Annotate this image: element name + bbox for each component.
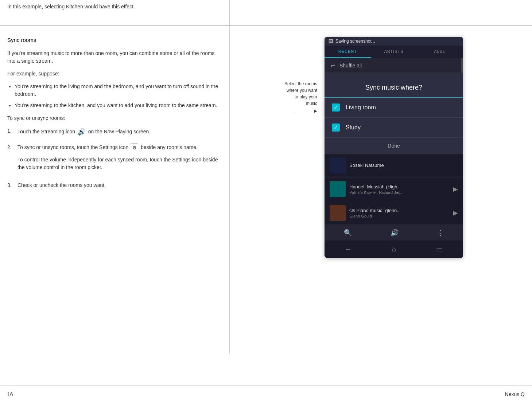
top-text: In this example, selecting Kitchen would… xyxy=(7,4,135,9)
music-item-3[interactable]: cls Piano music "glenn.. Glenn Gould ▶ xyxy=(325,201,463,225)
para2: For example, suppose: xyxy=(7,70,222,78)
arrow-line xyxy=(292,111,314,111)
main-content: Sync rooms If you're streaming music to … xyxy=(0,26,532,353)
screenshot-icon: 🖼 xyxy=(328,38,333,44)
phone-tabs: RECENT ARTISTS ALBU xyxy=(325,46,463,58)
step-3: 3. Check or uncheck the rooms you want. xyxy=(7,181,222,189)
sync-dialog: Sync music where? ✓ Living room ✓ Study … xyxy=(325,73,463,154)
phone-bottom-nav: 🔍 🔊 ⋮ xyxy=(325,225,463,240)
shuffle-row[interactable]: ⇌ Shuffle all xyxy=(325,58,463,73)
home-icon[interactable]: ⌂ xyxy=(392,245,396,254)
step-num-1: 1. xyxy=(7,127,15,137)
music-info-1: Soseki Natsume xyxy=(349,163,458,169)
search-icon[interactable]: 🔍 xyxy=(344,229,352,237)
step2-text1: To sync or unsync rooms, touch the Setti… xyxy=(18,144,222,152)
top-strip: In this example, selecting Kitchen would… xyxy=(0,0,532,26)
step-num-2: 2. xyxy=(7,144,15,175)
music-title-1: Soseki Natsume xyxy=(349,163,458,168)
music-list: Soseki Natsume Handel: Messiah (High.. P… xyxy=(325,154,463,225)
album-thumb-1 xyxy=(330,157,346,173)
para1: If you're streaming music to more than o… xyxy=(7,50,222,65)
music-title-2: Handel: Messiah (High.. xyxy=(349,184,449,189)
page-footer: 16 Nexus Q xyxy=(0,385,532,403)
tab-recent[interactable]: RECENT xyxy=(325,46,371,58)
sync-dialog-item-living-room[interactable]: ✓ Living room xyxy=(325,98,463,118)
study-checkbox[interactable]: ✓ xyxy=(332,124,340,132)
list-item: You're streaming to the kitchen, and you… xyxy=(15,102,222,109)
phone-nav-bar: ← ⌂ ▭ xyxy=(325,240,463,258)
steps-intro: To sync or unsync rooms: xyxy=(7,114,222,122)
right-column: Select the roomswhere you wantto play yo… xyxy=(230,26,532,353)
music-info-3: cls Piano music "glenn.. Glenn Gould xyxy=(349,208,449,218)
music-artist-3: Glenn Gould xyxy=(349,214,449,218)
album-thumb-3 xyxy=(330,205,346,221)
living-room-label: Living room xyxy=(346,104,376,111)
sync-done-row[interactable]: Done xyxy=(325,138,463,154)
music-artist-2: Patrizia Kweller, Richard Jac... xyxy=(349,190,449,195)
callout-box: Select the roomswhere you wantto play yo… xyxy=(259,81,317,114)
step3-text: Check or uncheck the rooms you want. xyxy=(18,182,106,188)
scrollbar[interactable] xyxy=(461,58,463,73)
done-label: Done xyxy=(388,143,400,149)
study-label: Study xyxy=(346,124,361,131)
living-room-checkbox[interactable]: ✓ xyxy=(332,103,340,111)
step1-text: Touch the Streaming icon xyxy=(18,129,75,134)
arrow-head: ▶ xyxy=(314,108,317,114)
album-thumb-2 xyxy=(330,181,346,197)
settings-icon: ⚙ xyxy=(131,144,138,152)
saving-text: Saving screenshot... xyxy=(335,39,375,44)
volume-icon[interactable]: 🔊 xyxy=(391,229,399,237)
step-2: 2. To sync or unsync rooms, touch the Se… xyxy=(7,144,222,175)
recents-icon[interactable]: ▭ xyxy=(436,245,443,254)
top-right xyxy=(230,0,532,25)
music-info-2: Handel: Messiah (High.. Patrizia Kweller… xyxy=(349,184,449,195)
bullet-list: You're streaming to the living room and … xyxy=(15,83,222,109)
sync-dialog-item-study[interactable]: ✓ Study xyxy=(325,118,463,138)
more-icon[interactable]: ⋮ xyxy=(437,229,444,237)
steps-list: 1. Touch the Streaming icon 🔊 on the Now… xyxy=(7,127,222,189)
top-left-text: In this example, selecting Kitchen would… xyxy=(0,0,230,25)
tab-artists[interactable]: ARTISTS xyxy=(371,46,417,58)
list-item: You're streaming to the living room and … xyxy=(15,83,222,98)
play-button-3[interactable]: ▶ xyxy=(453,209,458,217)
streaming-icon: 🔊 xyxy=(78,127,86,137)
step1-suffix: on the Now Playing screen. xyxy=(88,129,150,134)
callout-arrow: ▶ xyxy=(259,108,317,114)
phone-mockup: 🖼 Saving screenshot... RECENT ARTISTS AL… xyxy=(325,37,463,258)
callout-text: Select the roomswhere you wantto play yo… xyxy=(259,81,317,107)
shuffle-icon: ⇌ xyxy=(330,62,335,69)
back-icon[interactable]: ← xyxy=(345,245,352,254)
right-col-inner: Select the roomswhere you wantto play yo… xyxy=(259,37,521,258)
music-title-3: cls Piano music "glenn.. xyxy=(349,208,449,213)
music-item-1[interactable]: Soseki Natsume xyxy=(325,154,463,177)
step-2-body: To sync or unsync rooms, touch the Setti… xyxy=(18,144,222,175)
section-heading: Sync rooms xyxy=(7,37,222,43)
left-column: Sync rooms If you're streaming music to … xyxy=(0,26,230,353)
step-1-body: Touch the Streaming icon 🔊 on the Now Pl… xyxy=(18,127,222,137)
product-name: Nexus Q xyxy=(505,391,525,397)
step2-text3: To control the volume indepedently for e… xyxy=(18,156,222,171)
step-3-body: Check or uncheck the rooms you want. xyxy=(18,181,222,189)
page-number: 16 xyxy=(7,391,13,397)
tab-albums[interactable]: ALBU xyxy=(417,46,463,58)
step-1: 1. Touch the Streaming icon 🔊 on the Now… xyxy=(7,127,222,137)
phone-status-bar: 🖼 Saving screenshot... xyxy=(325,37,463,46)
step-num-3: 3. xyxy=(7,181,15,189)
sync-dialog-title: Sync music where? xyxy=(325,80,463,98)
shuffle-label: Shuffle all xyxy=(339,63,362,69)
play-button-2[interactable]: ▶ xyxy=(453,185,458,193)
music-item-2[interactable]: Handel: Messiah (High.. Patrizia Kweller… xyxy=(325,177,463,201)
